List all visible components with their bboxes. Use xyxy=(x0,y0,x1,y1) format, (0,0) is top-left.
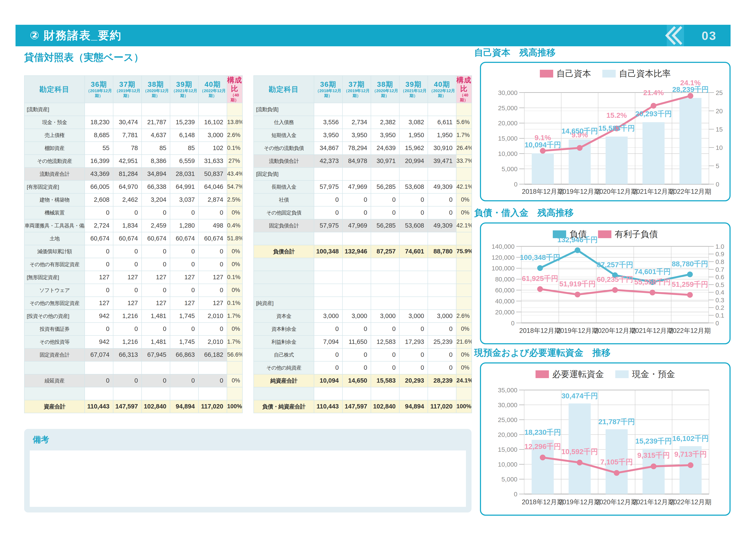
svg-text:9,315千円: 9,315千円 xyxy=(637,451,670,459)
value-cell: 47,969 xyxy=(342,180,371,193)
value-cell: 34,867 xyxy=(314,142,342,155)
ratio-cell xyxy=(227,103,242,116)
period-header: 36期（2018年12月期） xyxy=(85,76,113,103)
value-cell: 28,239 xyxy=(428,374,456,387)
account-cell: 流動資産合計 xyxy=(24,167,85,180)
table-row: その他の純資産000000% xyxy=(254,361,472,374)
value-cell: 64,991 xyxy=(170,180,199,193)
value-cell: 60,674 xyxy=(170,232,199,245)
ratio-cell: 0% xyxy=(456,193,472,206)
value-cell: 0 xyxy=(113,245,142,258)
value-cell xyxy=(342,258,371,271)
account-cell xyxy=(24,361,85,374)
ratio-cell: 0% xyxy=(456,322,472,336)
value-cell: 0 xyxy=(170,374,199,387)
account-cell: その他の流動負債 xyxy=(254,142,314,155)
account-header: 勘定科目 xyxy=(254,76,314,103)
value-cell: 2,874 xyxy=(199,193,227,206)
ratio-cell: 51.8% xyxy=(227,232,242,245)
value-cell xyxy=(428,387,456,400)
value-cell xyxy=(342,167,371,180)
value-cell: 0 xyxy=(314,193,342,206)
svg-text:14,650千円: 14,650千円 xyxy=(561,127,598,135)
period-header: 36期（2018年12月期） xyxy=(314,76,342,103)
table-row: [流動資産] xyxy=(24,103,242,116)
value-cell: 0 xyxy=(85,245,113,258)
value-cell: 3,950 xyxy=(314,129,342,142)
svg-text:20,000: 20,000 xyxy=(495,309,514,316)
legend-item: 自己資本比率 xyxy=(602,67,671,79)
value-cell: 0 xyxy=(342,206,371,219)
value-cell: 0 xyxy=(170,206,199,219)
value-cell: 127 xyxy=(170,271,199,284)
value-cell: 0 xyxy=(170,284,199,297)
chart-canvas: 020,00040,00060,00080,000100,000120,0001… xyxy=(481,223,729,343)
svg-text:5,000: 5,000 xyxy=(502,165,518,172)
value-cell: 132,946 xyxy=(342,245,371,258)
value-cell: 53,608 xyxy=(399,180,428,193)
ratio-cell: 0.1% xyxy=(227,142,242,155)
account-cell: その他固定負債 xyxy=(254,206,314,219)
value-cell: 85 xyxy=(142,142,170,155)
legend-label: 有利子負債 xyxy=(615,228,658,240)
value-cell: 4,637 xyxy=(142,129,170,142)
svg-text:88,780千円: 88,780千円 xyxy=(672,260,708,268)
value-cell: 11,650 xyxy=(342,336,371,348)
value-cell xyxy=(371,297,399,310)
table-row: その他の無形固定資産1271271271271270.1% xyxy=(24,297,242,310)
value-cell xyxy=(170,103,199,116)
value-cell: 0 xyxy=(113,374,142,387)
svg-text:30,474千円: 30,474千円 xyxy=(561,392,598,400)
ratio-cell: 42.1% xyxy=(456,219,472,232)
value-cell: 85 xyxy=(170,142,199,155)
svg-text:20: 20 xyxy=(716,108,723,114)
value-cell: 74,601 xyxy=(399,245,428,258)
svg-text:10,000: 10,000 xyxy=(498,150,517,157)
value-cell: 12,583 xyxy=(371,336,399,348)
value-cell xyxy=(199,361,227,374)
balance-sheet-assets-table: 勘定科目36期（2018年12月期）37期（2019年12月期）38期（2020… xyxy=(24,75,243,413)
account-cell: [投資その他の資産] xyxy=(24,310,85,322)
svg-text:2022年12月期: 2022年12月期 xyxy=(670,188,711,195)
svg-text:10,000: 10,000 xyxy=(498,461,517,468)
value-cell: 30,910 xyxy=(428,142,456,155)
chart-title-debt: 負債・借入金 残高推移 xyxy=(474,207,574,219)
value-cell: 2,010 xyxy=(199,336,227,348)
value-cell: 1,481 xyxy=(142,310,170,322)
svg-text:20,293千円: 20,293千円 xyxy=(635,110,672,118)
period-header: 38期（2020年12月期） xyxy=(371,76,399,103)
value-cell: 10,094 xyxy=(314,374,342,387)
value-cell: 53,608 xyxy=(399,219,428,232)
value-cell xyxy=(399,167,428,180)
value-cell: 6,148 xyxy=(170,129,199,142)
value-cell: 66,005 xyxy=(85,180,113,193)
ratio-cell: 42.1% xyxy=(456,180,472,193)
svg-text:140,000: 140,000 xyxy=(492,243,514,250)
legend-item: 現金・預金 xyxy=(615,368,675,380)
svg-text:60,000: 60,000 xyxy=(495,287,514,294)
remarks-box: 備考 xyxy=(24,429,472,513)
value-cell: 0 xyxy=(199,258,227,271)
ratio-cell: 0% xyxy=(227,322,242,336)
value-cell xyxy=(371,387,399,400)
value-cell: 64,970 xyxy=(113,180,142,193)
svg-text:2018年12月期: 2018年12月期 xyxy=(522,498,564,506)
table-row: 短期借入金3,9503,9503,9501,9501,9501.7% xyxy=(254,129,472,142)
value-cell xyxy=(399,284,428,297)
svg-text:40,000: 40,000 xyxy=(495,297,514,305)
account-cell: 棚卸資産 xyxy=(24,142,85,155)
ratio-cell: 0% xyxy=(227,258,242,271)
value-cell: 1,950 xyxy=(399,129,428,142)
svg-text:2021年12月期: 2021年12月期 xyxy=(632,327,673,334)
value-cell: 0 xyxy=(428,361,456,374)
legend-label: 現金・預金 xyxy=(632,368,675,380)
ratio-cell xyxy=(456,232,472,245)
value-cell: 49,309 xyxy=(428,180,456,193)
value-cell: 25,239 xyxy=(428,336,456,348)
account-cell: 資産合計 xyxy=(24,400,85,413)
ratio-cell: 0% xyxy=(456,361,472,374)
table-row: 長期借入金57,97547,96956,28553,60849,30942.1% xyxy=(254,180,472,193)
value-cell: 3,000 xyxy=(314,310,342,322)
svg-text:2019年12月期: 2019年12月期 xyxy=(557,327,598,334)
legend-swatch-icon xyxy=(615,370,629,378)
